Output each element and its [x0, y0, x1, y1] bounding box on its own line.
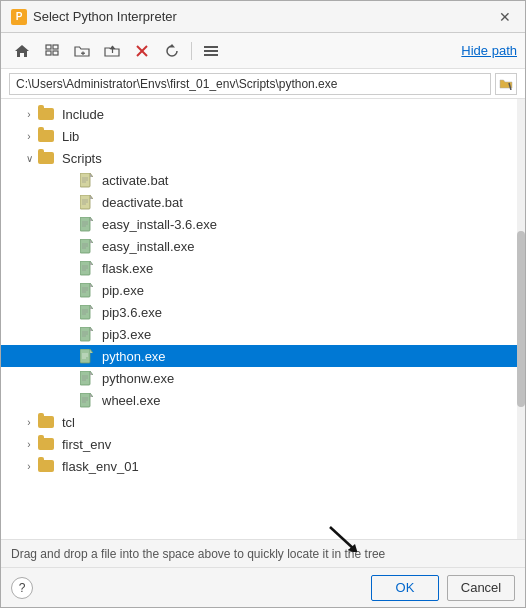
tree-toggle[interactable]: › — [21, 439, 37, 450]
tree-item-lib[interactable]: ›Lib — [1, 125, 525, 147]
tree-toggle[interactable]: › — [21, 417, 37, 428]
tree-item-label: deactivate.bat — [102, 195, 183, 210]
file-icon-exe — [77, 283, 95, 298]
tree-toggle[interactable]: › — [21, 109, 37, 120]
scrollbar-track[interactable] — [517, 99, 525, 539]
settings-button[interactable] — [198, 39, 224, 63]
new-folder-button[interactable] — [69, 39, 95, 63]
svg-rect-3 — [46, 51, 51, 55]
svg-rect-2 — [53, 45, 58, 49]
file-icon-exe — [77, 217, 95, 232]
tree-item-activate[interactable]: activate.bat — [1, 169, 525, 191]
file-icon-exe — [77, 327, 95, 342]
grid-button[interactable] — [39, 39, 65, 63]
tree-item-pip36[interactable]: pip3.6.exe — [1, 301, 525, 323]
path-browse-button[interactable] — [495, 73, 517, 95]
new-folder-icon — [74, 44, 90, 58]
file-icon-folder — [37, 438, 55, 450]
tree-item-deactivate[interactable]: deactivate.bat — [1, 191, 525, 213]
tree-item-python[interactable]: python.exe — [1, 345, 525, 367]
delete-button[interactable] — [129, 39, 155, 63]
svg-rect-14 — [204, 54, 218, 56]
help-button[interactable]: ? — [11, 577, 33, 599]
dialog-window: P Select Python Interpreter ✕ — [0, 0, 526, 608]
tree-item-flask_env_01[interactable]: ›flask_env_01 — [1, 455, 525, 477]
scrollbar-thumb[interactable] — [517, 231, 525, 407]
refresh-icon — [164, 44, 180, 58]
delete-icon — [135, 44, 149, 58]
svg-marker-0 — [15, 45, 29, 57]
folder-up-button[interactable] — [99, 39, 125, 63]
svg-rect-12 — [204, 46, 218, 48]
tree-toggle[interactable]: › — [21, 131, 37, 142]
tree-item-label: Include — [62, 107, 104, 122]
tree-item-label: easy_install.exe — [102, 239, 195, 254]
home-icon — [14, 44, 30, 58]
file-icon-exe — [77, 371, 95, 386]
settings-icon — [203, 44, 219, 58]
tree-item-label: activate.bat — [102, 173, 169, 188]
tree-toggle[interactable]: ∨ — [21, 153, 37, 164]
path-bar — [1, 69, 525, 99]
tree-item-scripts[interactable]: ∨Scripts — [1, 147, 525, 169]
file-icon-exe — [77, 305, 95, 320]
svg-rect-13 — [204, 50, 218, 52]
tree-item-flask[interactable]: flask.exe — [1, 257, 525, 279]
status-text: Drag and drop a file into the space abov… — [11, 547, 385, 561]
tree-item-label: easy_install-3.6.exe — [102, 217, 217, 232]
tree-wrapper: ›Include›Lib∨Scripts activate.bat deacti… — [1, 99, 525, 539]
svg-marker-8 — [110, 45, 116, 49]
tree-toggle[interactable]: › — [21, 461, 37, 472]
tree-item-label: pythonw.exe — [102, 371, 174, 386]
file-icon-folder — [37, 130, 55, 142]
tree-item-pip3[interactable]: pip3.exe — [1, 323, 525, 345]
tree-item-label: pip.exe — [102, 283, 144, 298]
tree-item-label: tcl — [62, 415, 75, 430]
file-icon-folder — [37, 416, 55, 428]
dialog-title: Select Python Interpreter — [33, 9, 177, 24]
tree-item-first_env[interactable]: ›first_env — [1, 433, 525, 455]
tree-item-label: flask.exe — [102, 261, 153, 276]
tree-item-label: pip3.6.exe — [102, 305, 162, 320]
button-bar: ? OK Cancel — [1, 567, 525, 607]
tree-item-pythonw[interactable]: pythonw.exe — [1, 367, 525, 389]
file-tree: ›Include›Lib∨Scripts activate.bat deacti… — [1, 99, 525, 481]
tree-item-label: pip3.exe — [102, 327, 151, 342]
tree-item-tcl[interactable]: ›tcl — [1, 411, 525, 433]
tree-item-label: wheel.exe — [102, 393, 161, 408]
file-icon-folder — [37, 108, 55, 120]
python-icon: P — [11, 9, 27, 25]
svg-rect-1 — [46, 45, 51, 49]
folder-up-icon — [104, 44, 120, 58]
tree-item-easy_install36[interactable]: easy_install-3.6.exe — [1, 213, 525, 235]
tree-item-include[interactable]: ›Include — [1, 103, 525, 125]
tree-item-label: Scripts — [62, 151, 102, 166]
tree-item-label: first_env — [62, 437, 111, 452]
tree-item-label: flask_env_01 — [62, 459, 139, 474]
ok-button[interactable]: OK — [371, 575, 439, 601]
browse-icon — [499, 78, 513, 90]
home-button[interactable] — [9, 39, 35, 63]
hide-path-button[interactable]: Hide path — [461, 43, 517, 58]
file-icon-exe — [77, 393, 95, 408]
tree-item-wheel[interactable]: wheel.exe — [1, 389, 525, 411]
file-icon-folder — [37, 152, 55, 164]
title-bar: P Select Python Interpreter ✕ — [1, 1, 525, 33]
toolbar: Hide path — [1, 33, 525, 69]
close-button[interactable]: ✕ — [495, 7, 515, 27]
refresh-button[interactable] — [159, 39, 185, 63]
tree-item-easy_install[interactable]: easy_install.exe — [1, 235, 525, 257]
path-input[interactable] — [9, 73, 491, 95]
file-icon-exe — [77, 239, 95, 254]
tree-item-pip[interactable]: pip.exe — [1, 279, 525, 301]
tree-item-label: Lib — [62, 129, 79, 144]
tree-item-label: python.exe — [102, 349, 166, 364]
file-icon-bat — [77, 195, 95, 210]
file-icon-folder — [37, 460, 55, 472]
svg-rect-4 — [53, 51, 58, 55]
title-left: P Select Python Interpreter — [11, 9, 177, 25]
cancel-button[interactable]: Cancel — [447, 575, 515, 601]
toolbar-separator — [191, 42, 192, 60]
file-icon-bat — [77, 173, 95, 188]
file-icon-exe — [77, 261, 95, 276]
